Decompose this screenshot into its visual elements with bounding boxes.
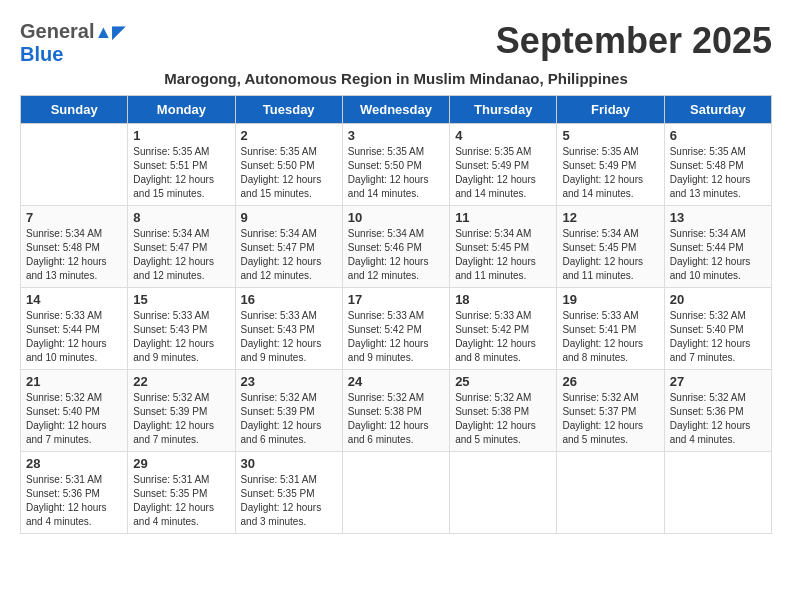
subtitle: Marogong, Autonomous Region in Muslim Mi… — [20, 70, 772, 87]
week-row-4: 21Sunrise: 5:32 AMSunset: 5:40 PMDayligh… — [21, 370, 772, 452]
day-number: 11 — [455, 210, 551, 225]
day-info: Sunrise: 5:32 AMSunset: 5:40 PMDaylight:… — [670, 309, 766, 365]
day-info: Sunrise: 5:32 AMSunset: 5:38 PMDaylight:… — [455, 391, 551, 447]
day-number: 26 — [562, 374, 658, 389]
calendar-cell — [342, 452, 449, 534]
day-info: Sunrise: 5:34 AMSunset: 5:45 PMDaylight:… — [455, 227, 551, 283]
calendar-cell: 21Sunrise: 5:32 AMSunset: 5:40 PMDayligh… — [21, 370, 128, 452]
col-header-thursday: Thursday — [450, 96, 557, 124]
day-number: 14 — [26, 292, 122, 307]
logo-block: General▲◤ Blue — [20, 20, 126, 66]
day-info: Sunrise: 5:31 AMSunset: 5:35 PMDaylight:… — [133, 473, 229, 529]
calendar-cell: 25Sunrise: 5:32 AMSunset: 5:38 PMDayligh… — [450, 370, 557, 452]
day-number: 20 — [670, 292, 766, 307]
calendar-cell: 18Sunrise: 5:33 AMSunset: 5:42 PMDayligh… — [450, 288, 557, 370]
day-info: Sunrise: 5:33 AMSunset: 5:43 PMDaylight:… — [133, 309, 229, 365]
calendar-cell: 2Sunrise: 5:35 AMSunset: 5:50 PMDaylight… — [235, 124, 342, 206]
day-number: 6 — [670, 128, 766, 143]
calendar-cell: 19Sunrise: 5:33 AMSunset: 5:41 PMDayligh… — [557, 288, 664, 370]
day-number: 19 — [562, 292, 658, 307]
calendar-header-row: SundayMondayTuesdayWednesdayThursdayFrid… — [21, 96, 772, 124]
day-number: 17 — [348, 292, 444, 307]
day-number: 2 — [241, 128, 337, 143]
day-info: Sunrise: 5:34 AMSunset: 5:47 PMDaylight:… — [133, 227, 229, 283]
calendar-cell: 26Sunrise: 5:32 AMSunset: 5:37 PMDayligh… — [557, 370, 664, 452]
calendar-cell: 22Sunrise: 5:32 AMSunset: 5:39 PMDayligh… — [128, 370, 235, 452]
day-info: Sunrise: 5:35 AMSunset: 5:51 PMDaylight:… — [133, 145, 229, 201]
day-number: 10 — [348, 210, 444, 225]
calendar-cell: 27Sunrise: 5:32 AMSunset: 5:36 PMDayligh… — [664, 370, 771, 452]
day-info: Sunrise: 5:31 AMSunset: 5:36 PMDaylight:… — [26, 473, 122, 529]
logo-bird-icon: ▲◤ — [94, 22, 126, 42]
calendar-cell: 7Sunrise: 5:34 AMSunset: 5:48 PMDaylight… — [21, 206, 128, 288]
calendar-cell: 5Sunrise: 5:35 AMSunset: 5:49 PMDaylight… — [557, 124, 664, 206]
day-info: Sunrise: 5:34 AMSunset: 5:44 PMDaylight:… — [670, 227, 766, 283]
logo-text-line: General▲◤ — [20, 20, 126, 43]
col-header-tuesday: Tuesday — [235, 96, 342, 124]
day-info: Sunrise: 5:32 AMSunset: 5:39 PMDaylight:… — [241, 391, 337, 447]
calendar-cell: 13Sunrise: 5:34 AMSunset: 5:44 PMDayligh… — [664, 206, 771, 288]
day-info: Sunrise: 5:35 AMSunset: 5:50 PMDaylight:… — [348, 145, 444, 201]
day-info: Sunrise: 5:32 AMSunset: 5:38 PMDaylight:… — [348, 391, 444, 447]
logo: General▲◤ Blue — [20, 20, 126, 66]
col-header-sunday: Sunday — [21, 96, 128, 124]
day-number: 27 — [670, 374, 766, 389]
day-info: Sunrise: 5:35 AMSunset: 5:49 PMDaylight:… — [562, 145, 658, 201]
calendar-cell: 28Sunrise: 5:31 AMSunset: 5:36 PMDayligh… — [21, 452, 128, 534]
day-number: 30 — [241, 456, 337, 471]
day-info: Sunrise: 5:35 AMSunset: 5:48 PMDaylight:… — [670, 145, 766, 201]
day-number: 8 — [133, 210, 229, 225]
day-info: Sunrise: 5:35 AMSunset: 5:49 PMDaylight:… — [455, 145, 551, 201]
day-info: Sunrise: 5:35 AMSunset: 5:50 PMDaylight:… — [241, 145, 337, 201]
day-info: Sunrise: 5:34 AMSunset: 5:45 PMDaylight:… — [562, 227, 658, 283]
day-number: 18 — [455, 292, 551, 307]
calendar-cell — [450, 452, 557, 534]
day-number: 12 — [562, 210, 658, 225]
calendar-cell: 16Sunrise: 5:33 AMSunset: 5:43 PMDayligh… — [235, 288, 342, 370]
calendar-cell: 17Sunrise: 5:33 AMSunset: 5:42 PMDayligh… — [342, 288, 449, 370]
day-info: Sunrise: 5:32 AMSunset: 5:39 PMDaylight:… — [133, 391, 229, 447]
col-header-saturday: Saturday — [664, 96, 771, 124]
calendar-cell: 10Sunrise: 5:34 AMSunset: 5:46 PMDayligh… — [342, 206, 449, 288]
calendar-cell — [664, 452, 771, 534]
calendar-cell: 4Sunrise: 5:35 AMSunset: 5:49 PMDaylight… — [450, 124, 557, 206]
day-number: 16 — [241, 292, 337, 307]
col-header-monday: Monday — [128, 96, 235, 124]
day-number: 21 — [26, 374, 122, 389]
day-info: Sunrise: 5:33 AMSunset: 5:44 PMDaylight:… — [26, 309, 122, 365]
day-number: 4 — [455, 128, 551, 143]
day-number: 22 — [133, 374, 229, 389]
day-number: 9 — [241, 210, 337, 225]
day-info: Sunrise: 5:33 AMSunset: 5:42 PMDaylight:… — [455, 309, 551, 365]
week-row-3: 14Sunrise: 5:33 AMSunset: 5:44 PMDayligh… — [21, 288, 772, 370]
day-number: 25 — [455, 374, 551, 389]
day-info: Sunrise: 5:32 AMSunset: 5:36 PMDaylight:… — [670, 391, 766, 447]
calendar-cell — [557, 452, 664, 534]
week-row-5: 28Sunrise: 5:31 AMSunset: 5:36 PMDayligh… — [21, 452, 772, 534]
calendar-cell: 23Sunrise: 5:32 AMSunset: 5:39 PMDayligh… — [235, 370, 342, 452]
calendar-cell: 14Sunrise: 5:33 AMSunset: 5:44 PMDayligh… — [21, 288, 128, 370]
calendar-table: SundayMondayTuesdayWednesdayThursdayFrid… — [20, 95, 772, 534]
week-row-1: 1Sunrise: 5:35 AMSunset: 5:51 PMDaylight… — [21, 124, 772, 206]
day-number: 23 — [241, 374, 337, 389]
calendar-cell: 3Sunrise: 5:35 AMSunset: 5:50 PMDaylight… — [342, 124, 449, 206]
day-info: Sunrise: 5:34 AMSunset: 5:47 PMDaylight:… — [241, 227, 337, 283]
col-header-friday: Friday — [557, 96, 664, 124]
day-info: Sunrise: 5:33 AMSunset: 5:42 PMDaylight:… — [348, 309, 444, 365]
day-info: Sunrise: 5:33 AMSunset: 5:41 PMDaylight:… — [562, 309, 658, 365]
day-info: Sunrise: 5:34 AMSunset: 5:46 PMDaylight:… — [348, 227, 444, 283]
month-title: September 2025 — [496, 20, 772, 62]
day-number: 5 — [562, 128, 658, 143]
week-row-2: 7Sunrise: 5:34 AMSunset: 5:48 PMDaylight… — [21, 206, 772, 288]
day-info: Sunrise: 5:33 AMSunset: 5:43 PMDaylight:… — [241, 309, 337, 365]
day-number: 1 — [133, 128, 229, 143]
day-info: Sunrise: 5:34 AMSunset: 5:48 PMDaylight:… — [26, 227, 122, 283]
calendar-cell: 1Sunrise: 5:35 AMSunset: 5:51 PMDaylight… — [128, 124, 235, 206]
calendar-cell: 9Sunrise: 5:34 AMSunset: 5:47 PMDaylight… — [235, 206, 342, 288]
calendar-cell: 20Sunrise: 5:32 AMSunset: 5:40 PMDayligh… — [664, 288, 771, 370]
day-number: 28 — [26, 456, 122, 471]
day-info: Sunrise: 5:32 AMSunset: 5:37 PMDaylight:… — [562, 391, 658, 447]
calendar-cell: 11Sunrise: 5:34 AMSunset: 5:45 PMDayligh… — [450, 206, 557, 288]
logo-general: General — [20, 20, 94, 42]
calendar-cell: 8Sunrise: 5:34 AMSunset: 5:47 PMDaylight… — [128, 206, 235, 288]
